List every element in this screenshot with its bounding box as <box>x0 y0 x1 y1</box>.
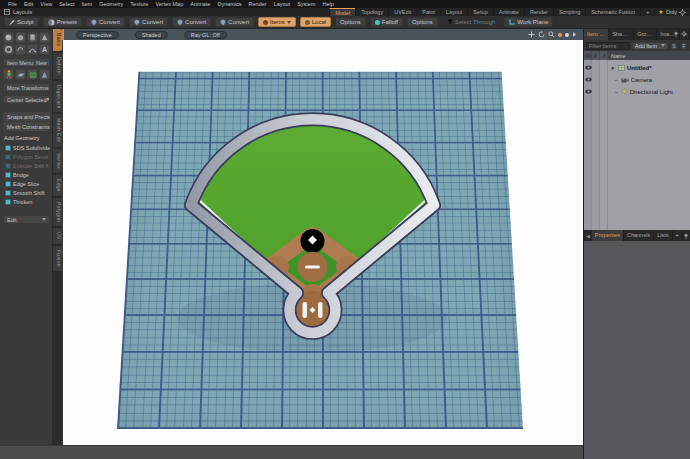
geometry-tool-item[interactable]: Thicken <box>3 197 50 206</box>
toolbox-tab[interactable]: Basic <box>53 29 62 51</box>
name-column-header[interactable]: Name <box>608 51 690 60</box>
menu-item[interactable]: Item <box>78 0 95 8</box>
tree-expand-caret[interactable]: ▼ <box>610 65 615 71</box>
select-through-toggle[interactable]: Select Through <box>442 17 501 27</box>
menu-item[interactable]: Geometry <box>96 0 126 8</box>
viewport-canvas[interactable] <box>62 40 583 445</box>
properties-tab[interactable]: Channels <box>624 230 654 241</box>
zoom-icon[interactable] <box>548 31 555 38</box>
center-selected-dropdown[interactable]: Center Selected <box>3 95 50 104</box>
local-mode-button[interactable]: Local <box>300 17 331 27</box>
pan-icon[interactable] <box>528 31 535 38</box>
sculpt-button[interactable]: Sculpt <box>4 17 39 27</box>
convert-button-2[interactable]: Convert <box>129 17 168 27</box>
toolbox-tab[interactable]: Edge <box>53 175 62 196</box>
presets-button[interactable]: Presets <box>43 17 82 27</box>
eye-icon[interactable] <box>585 89 592 94</box>
globe-item-button[interactable] <box>27 69 38 80</box>
item-panel-tab[interactable]: Shading <box>609 29 634 40</box>
menu-item[interactable]: Vertex Map <box>152 0 186 8</box>
item-list[interactable]: ▼ Untitled* – Camera – Directional Light <box>584 60 690 230</box>
geometry-tool-item[interactable]: Polygon Bevel Shift B <box>3 152 50 161</box>
torus-primitive-button[interactable] <box>3 44 14 55</box>
menu-item[interactable]: Dynamics <box>214 0 244 8</box>
toolbox-tab[interactable]: Deform <box>53 53 62 79</box>
menu-item[interactable]: Select <box>56 0 77 8</box>
figure-item-button[interactable] <box>3 69 14 80</box>
menu-item[interactable]: Layout <box>271 0 294 8</box>
layout-tab[interactable]: UVEdit <box>388 8 416 16</box>
properties-tab[interactable]: Properties <box>592 230 624 241</box>
solo-button[interactable]: S <box>670 42 678 50</box>
layout-tab[interactable]: Scripting <box>553 8 585 16</box>
menu-item[interactable]: Render <box>246 0 270 8</box>
toolbox-tab[interactable]: Fusion <box>53 246 62 271</box>
scene-item-directional-light[interactable]: – Directional Light <box>584 86 690 97</box>
convert-button-1[interactable]: Convert <box>86 17 125 27</box>
ground-plane-button[interactable] <box>15 69 26 80</box>
more-transforms-dropdown[interactable]: More Transforms <box>3 83 50 92</box>
layout-tab[interactable]: Layout <box>440 8 468 16</box>
text-tool-button[interactable]: A <box>39 44 50 55</box>
gear-icon[interactable] <box>679 9 686 16</box>
cylinder-primitive-button[interactable] <box>27 32 38 43</box>
toolbox-tab[interactable]: UV <box>53 228 62 244</box>
geometry-tool-item[interactable]: SDS Subdivide 2X <box>3 143 50 152</box>
menu-item[interactable]: Edit <box>21 0 36 8</box>
curve-tool-button[interactable] <box>15 44 26 55</box>
layout-tab[interactable]: Topology <box>355 8 388 16</box>
options-button-2[interactable]: Options <box>407 17 438 27</box>
layouts-switcher[interactable]: Layouts <box>0 8 32 16</box>
toolbox-tab[interactable]: Duplicate <box>53 81 62 113</box>
edit-dropdown[interactable]: Edit <box>3 215 50 224</box>
orbit-icon[interactable] <box>538 31 545 38</box>
expand-arrow-icon[interactable] <box>572 31 577 38</box>
layout-tab[interactable]: Paint <box>416 8 440 16</box>
eye-icon[interactable] <box>585 65 592 70</box>
view-mode-dropdown[interactable]: Perspective <box>76 31 119 39</box>
options-button-1[interactable]: Options <box>335 17 366 27</box>
sphere-primitive-button[interactable] <box>3 32 14 43</box>
geometry-tool-item[interactable]: Bridge <box>3 170 50 179</box>
properties-tab[interactable]: + <box>673 230 683 241</box>
scene-item-mesh[interactable]: ▼ Untitled* <box>584 62 690 73</box>
layout-tab[interactable]: Schematic Fusion <box>585 8 640 16</box>
geometry-tool-item[interactable]: Smooth Shift <box>3 188 50 197</box>
items-mode-button[interactable]: Items <box>258 17 296 27</box>
eye-icon[interactable] <box>585 77 592 82</box>
item-panel-tab[interactable]: Item List <box>584 29 609 40</box>
work-plane-button[interactable]: Work Plane <box>504 17 553 27</box>
filter-items-input[interactable] <box>586 42 630 50</box>
arc-tool-button[interactable] <box>27 44 38 55</box>
toolbox-tab[interactable]: Vertex <box>53 149 62 173</box>
pin-icon[interactable] <box>683 233 689 239</box>
mesh-constraints-button[interactable]: Mesh Constraints <box>3 122 50 131</box>
menu-item[interactable]: Animate <box>187 0 213 8</box>
convert-button-4[interactable]: Convert <box>215 17 254 27</box>
viewport-option-dot2-icon[interactable] <box>565 33 569 37</box>
baseball-field-cookie-cutter-model[interactable] <box>181 113 444 345</box>
item-panel-tab[interactable]: Groups <box>634 29 657 40</box>
convert-button-3[interactable]: Convert <box>172 17 211 27</box>
menu-item[interactable]: System <box>294 0 318 8</box>
cone-primitive-button[interactable] <box>39 32 50 43</box>
item-menu-dropdown[interactable]: Item Menu: New Item <box>3 58 50 67</box>
menu-item[interactable]: View <box>37 0 55 8</box>
only-toggle[interactable]: ★ Only <box>654 8 690 16</box>
collapse-arrow-icon[interactable]: ◀ <box>584 233 592 239</box>
layout-tab[interactable]: Model <box>329 8 355 16</box>
viewport-option-dot-icon[interactable] <box>558 33 562 37</box>
menu-item[interactable]: File <box>5 0 20 8</box>
snaps-precision-button[interactable]: Snaps and Precision <box>3 112 50 121</box>
menu-item[interactable]: Texture <box>127 0 151 8</box>
toolbox-tab[interactable]: Polygon <box>53 198 62 226</box>
geometry-tool-item[interactable]: Extrude Shift X <box>3 161 50 170</box>
geometry-tool-item[interactable]: Edge Slice <box>3 179 50 188</box>
toolbox-tab[interactable]: Mesh Edit <box>53 114 62 147</box>
cone-item-button[interactable] <box>39 69 50 80</box>
layout-tab[interactable]: + <box>640 8 654 16</box>
add-item-dropdown[interactable]: Add Item <box>632 42 668 50</box>
properties-tab[interactable]: Lists <box>654 230 672 241</box>
gear-icon[interactable] <box>681 31 687 37</box>
scene-item-camera[interactable]: – Camera <box>584 74 690 85</box>
